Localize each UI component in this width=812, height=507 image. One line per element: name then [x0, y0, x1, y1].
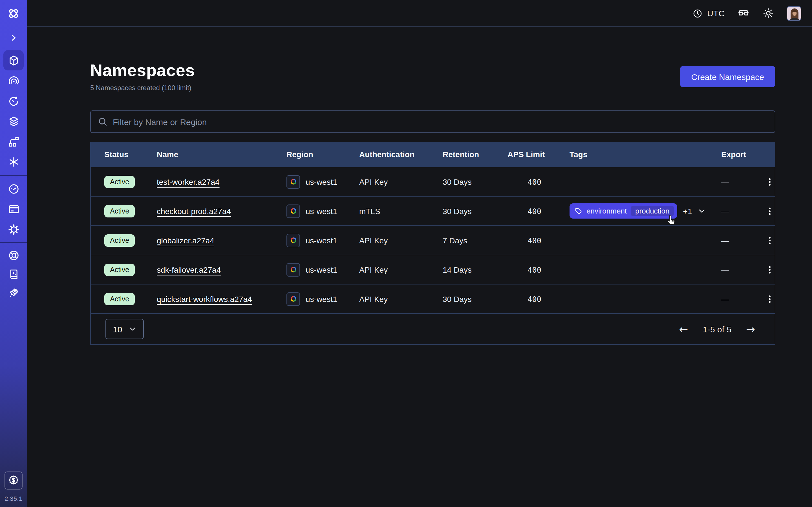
sidebar-nav-account: [0, 179, 27, 239]
aps-limit-value: 400: [507, 207, 569, 216]
asterisk-icon: [8, 156, 19, 168]
table-header-row: Status Name Region Authentication Retent…: [90, 142, 775, 167]
export-value: —: [721, 265, 755, 274]
row-menu-button[interactable]: [760, 201, 780, 221]
tag-value: production: [631, 206, 674, 216]
gcp-region-icon: [287, 175, 300, 188]
col-aps-limit: APS Limit: [507, 150, 569, 159]
aps-limit-value: 400: [507, 294, 569, 303]
user-avatar[interactable]: [786, 6, 801, 20]
filter-input[interactable]: [113, 117, 768, 126]
status-badge: Active: [104, 263, 135, 276]
tags-cell: environment production +1: [569, 203, 721, 219]
sidebar-item-stacks[interactable]: [3, 111, 24, 131]
region-label: us-west1: [306, 294, 337, 303]
chevron-down-icon: [128, 325, 136, 333]
tags-more-count: +1: [683, 207, 692, 216]
sidebar-item-namespaces[interactable]: [3, 50, 24, 70]
kebab-icon: [765, 265, 775, 275]
gcp-region-icon: [287, 263, 300, 276]
topbar: UTC: [27, 0, 812, 27]
sidebar-item-deployments[interactable]: [3, 131, 24, 152]
sun-icon: [762, 7, 774, 19]
table-row: Active checkout-prod.a27a4 us-west1: [91, 196, 775, 225]
lifebuoy-icon: [8, 249, 19, 262]
sidebar-item-usage[interactable]: [3, 179, 24, 199]
pagination: ← 1-5 of 5 →: [679, 324, 755, 334]
namespace-link[interactable]: quickstart-workflows.a27a4: [157, 294, 252, 303]
col-retention: Retention: [443, 150, 507, 159]
kebab-icon: [765, 206, 775, 216]
table-row: Active globalizer.a27a4 us-west1: [91, 225, 775, 255]
table-row: Active sdk-failover.a27a4 us-west1: [91, 255, 775, 284]
auth-label: mTLS: [359, 207, 443, 216]
gauge-icon: [8, 183, 19, 194]
row-menu-button[interactable]: [760, 230, 780, 250]
region-label: us-west1: [306, 177, 337, 186]
col-status: Status: [104, 150, 157, 159]
status-badge: Active: [104, 205, 135, 217]
namespace-link[interactable]: test-worker.a27a4: [157, 177, 220, 186]
cube-icon: [8, 54, 19, 66]
book-sparkles-icon: [8, 269, 19, 280]
gear-icon: [8, 223, 19, 235]
search-icon: [98, 117, 108, 127]
auth-label: API Key: [359, 265, 443, 274]
sidebar-item-docs[interactable]: [3, 265, 24, 283]
sidebar-expand-button[interactable]: [0, 29, 27, 46]
table-row: Active quickstart-workflows.a27a4 us-wes…: [91, 284, 775, 313]
avatar-image: [787, 6, 801, 20]
namespace-link[interactable]: globalizer.a27a4: [157, 236, 214, 245]
create-namespace-button[interactable]: Create Namespace: [680, 66, 775, 87]
pagination-range: 1-5 of 5: [703, 324, 731, 334]
app-version: 2.35.1: [4, 495, 22, 502]
timezone-label: UTC: [707, 8, 725, 18]
sidebar-nav-primary: [0, 50, 27, 172]
status-badge: Active: [104, 293, 135, 305]
gcp-region-icon: [287, 233, 300, 247]
auth-label: API Key: [359, 177, 443, 186]
chevron-down-icon: [698, 207, 706, 215]
content: Namespaces 5 Namespaces created (100 lim…: [27, 27, 812, 345]
sidebar-item-getting-started[interactable]: [3, 283, 24, 302]
namespaces-table: Status Name Region Authentication Retent…: [90, 142, 775, 345]
sidebar-item-settings[interactable]: [3, 219, 24, 239]
prev-page-button[interactable]: ←: [679, 324, 688, 334]
tag-icon: [574, 207, 582, 215]
status-badge: Active: [104, 175, 135, 188]
accessibility-button[interactable]: [737, 7, 750, 20]
tag-pill[interactable]: environment production: [569, 203, 677, 219]
sidebar-item-monitor[interactable]: [3, 70, 24, 91]
row-menu-button[interactable]: [760, 289, 780, 309]
sidebar-item-schedules[interactable]: [3, 91, 24, 111]
auth-label: API Key: [359, 294, 443, 303]
aps-limit-value: 400: [507, 236, 569, 245]
row-menu-button[interactable]: [760, 172, 780, 192]
col-authentication: Authentication: [359, 150, 443, 159]
table-row: Active test-worker.a27a4 us-west1: [91, 167, 775, 196]
namespace-link[interactable]: sdk-failover.a27a4: [157, 265, 221, 274]
page-size-select[interactable]: 10: [105, 319, 144, 339]
tags-expander[interactable]: +1: [683, 207, 706, 216]
timezone-selector[interactable]: UTC: [693, 8, 725, 18]
col-tags: Tags: [569, 150, 721, 159]
namespace-link[interactable]: checkout-prod.a27a4: [157, 207, 231, 216]
sidebar-item-billing[interactable]: [3, 199, 24, 219]
credits-button[interactable]: [4, 471, 22, 490]
row-menu-button[interactable]: [760, 260, 780, 280]
export-value: —: [721, 177, 755, 186]
theme-toggle[interactable]: [762, 7, 774, 19]
col-region: Region: [287, 150, 359, 159]
sidebar: 2.35.1: [0, 0, 27, 507]
sidebar-item-support[interactable]: [3, 246, 24, 265]
sidebar-item-nexus[interactable]: [3, 152, 24, 172]
glasses-icon: [737, 7, 750, 20]
export-value: —: [721, 207, 755, 216]
auth-label: API Key: [359, 236, 443, 245]
next-page-button[interactable]: →: [746, 324, 755, 334]
retention-label: 30 Days: [443, 177, 507, 186]
temporal-logo[interactable]: [0, 0, 27, 27]
layers-icon: [8, 115, 19, 127]
retention-label: 7 Days: [443, 236, 507, 245]
timer-icon: [8, 95, 19, 107]
